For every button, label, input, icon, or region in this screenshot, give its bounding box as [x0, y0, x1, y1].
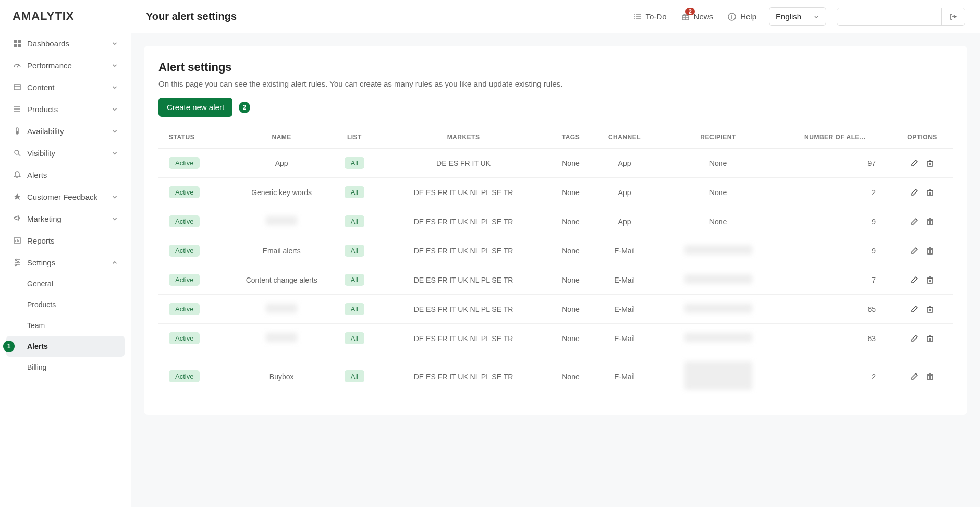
chevron-down-icon [111, 127, 118, 135]
performance-icon [13, 61, 22, 70]
trash-icon[interactable] [926, 372, 934, 381]
name-cell: App [231, 149, 332, 178]
sidebar-item-label: Performance [27, 61, 72, 70]
chevron-up-icon [111, 259, 118, 266]
chevron-down-icon [111, 83, 118, 91]
chevron-down-icon [813, 14, 819, 20]
sidebar-item-dashboards[interactable]: Dashboards [6, 32, 125, 54]
status-badge: Active [169, 274, 200, 286]
content-icon [13, 82, 22, 92]
info-icon [728, 13, 736, 21]
sidebar-item-products[interactable]: Products [6, 98, 125, 120]
svg-rect-64 [928, 308, 932, 312]
list-badge: All [345, 186, 364, 198]
nav: DashboardsPerformanceContentProductsAvai… [0, 32, 131, 507]
svg-rect-39 [928, 162, 932, 166]
edit-icon[interactable] [910, 276, 918, 284]
sidebar-item-performance[interactable]: Performance [6, 54, 125, 76]
list-badge: All [345, 245, 364, 257]
logo: AMALYTIX [0, 0, 131, 32]
trash-icon[interactable] [926, 334, 934, 343]
sidebar-item-content[interactable]: Content [6, 76, 125, 98]
trash-icon[interactable] [926, 188, 934, 197]
todo-link[interactable]: To-Do [633, 12, 667, 21]
sidebar-item-customer-feedback[interactable]: Customer Feedback [6, 186, 125, 208]
sidebar-subitem-alerts[interactable]: 1Alerts [6, 336, 125, 357]
settings-icon [13, 258, 22, 267]
chevron-down-icon [111, 62, 118, 69]
status-badge: Active [169, 157, 200, 169]
trash-icon[interactable] [926, 305, 934, 313]
sidebar-subitem-products[interactable]: Products [6, 294, 125, 315]
column-header: MARKETS [377, 126, 550, 149]
column-header: NAME [231, 126, 332, 149]
column-header: RECIPIENT [657, 126, 779, 149]
trash-icon[interactable] [926, 218, 934, 226]
alerts-table: STATUSNAMELISTMARKETSTAGSCHANNELRECIPIEN… [158, 126, 953, 400]
count-cell: 7 [779, 265, 892, 295]
sidebar-item-settings[interactable]: Settings [6, 251, 125, 273]
edit-icon[interactable] [910, 218, 918, 226]
status-badge: Active [169, 370, 200, 382]
edit-icon[interactable] [910, 247, 918, 255]
edit-icon[interactable] [910, 159, 918, 167]
list-icon [633, 13, 642, 21]
markets-cell: DE ES FR IT UK NL PL SE TR [377, 265, 550, 295]
column-header: LIST [332, 126, 377, 149]
tags-cell: None [550, 236, 592, 265]
tags-cell: None [550, 324, 592, 353]
visibility-icon [13, 148, 22, 158]
channel-cell: E-Mail [592, 295, 657, 324]
language-select[interactable]: English [769, 7, 826, 26]
sidebar-item-alerts[interactable]: Alerts [6, 164, 125, 186]
logout-button[interactable] [941, 8, 965, 25]
sidebar-item-visibility[interactable]: Visibility [6, 142, 125, 164]
create-alert-button[interactable]: Create new alert [158, 98, 232, 117]
recipient-cell [657, 324, 779, 353]
svg-rect-69 [928, 337, 932, 342]
create-badge: 2 [239, 102, 250, 113]
status-badge: Active [169, 332, 200, 344]
panel-title: Alert settings [158, 61, 953, 74]
svg-rect-37 [731, 16, 732, 19]
sidebar-subitem-billing[interactable]: Billing [6, 357, 125, 378]
name-cell: Buybox [231, 353, 332, 400]
svg-rect-54 [928, 249, 932, 254]
list-badge: All [345, 274, 364, 286]
column-header: TAGS [550, 126, 592, 149]
edit-icon[interactable] [910, 305, 918, 313]
list-badge: All [345, 332, 364, 344]
sidebar-subitem-general[interactable]: General [6, 273, 125, 294]
edit-icon[interactable] [910, 188, 918, 197]
svg-rect-3 [18, 44, 21, 47]
sidebar: AMALYTIX DashboardsPerformanceContentPro… [0, 0, 131, 507]
news-link[interactable]: 2 News [681, 12, 714, 21]
recipient-cell [657, 265, 779, 295]
column-header: STATUS [158, 126, 231, 149]
column-header: NUMBER OF ALE… [779, 126, 892, 149]
sidebar-subitem-team[interactable]: Team [6, 315, 125, 336]
recipient-cell [657, 236, 779, 265]
trash-icon[interactable] [926, 276, 934, 284]
sidebar-item-reports[interactable]: Reports [6, 230, 125, 251]
channel-cell: E-Mail [592, 324, 657, 353]
edit-icon[interactable] [910, 334, 918, 343]
trash-icon[interactable] [926, 159, 934, 167]
alerts-icon [13, 170, 22, 179]
status-badge: Active [169, 215, 200, 227]
table-row: ActiveAllDE ES FR IT UK NL PL SE TRNoneE… [158, 324, 953, 353]
trash-icon[interactable] [926, 247, 934, 255]
sidebar-item-marketing[interactable]: Marketing [6, 208, 125, 230]
sidebar-item-availability[interactable]: Availability [6, 120, 125, 142]
search-input[interactable] [837, 8, 941, 25]
main: Your alert settings To-Do 2 News Help [131, 0, 980, 507]
svg-rect-2 [14, 44, 17, 47]
markets-cell: DE ES FR IT UK NL PL SE TR [377, 324, 550, 353]
tags-cell: None [550, 149, 592, 178]
dashboards-icon [13, 39, 22, 48]
svg-point-25 [15, 264, 17, 266]
edit-icon[interactable] [910, 372, 918, 381]
help-link[interactable]: Help [728, 12, 756, 21]
page-title: Your alert settings [146, 10, 237, 22]
list-badge: All [345, 370, 364, 382]
